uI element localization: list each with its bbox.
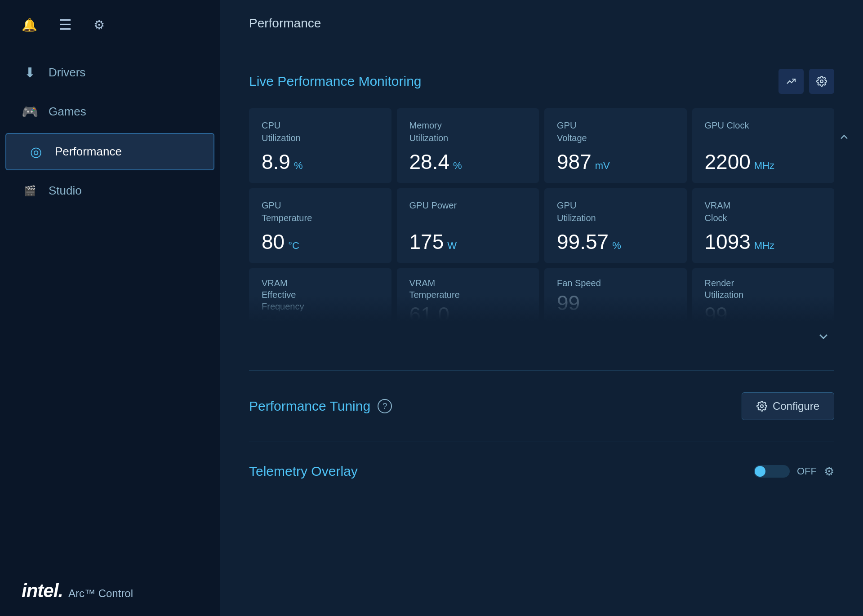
- metric-value: 99.57: [557, 231, 609, 252]
- metric-card-vram-clock: VRAM Clock 1093 MHz: [692, 188, 835, 263]
- svg-point-1: [761, 405, 763, 408]
- page-title: Performance: [249, 16, 321, 30]
- sidebar-item-studio[interactable]: 🎬 Studio: [0, 174, 220, 208]
- metric-value-partial: 61.0: [409, 302, 527, 322]
- metric-card-cpu-util: CPU Utilization 8.9 %: [249, 108, 391, 183]
- metric-unit: %: [453, 160, 462, 172]
- metric-value-row: 175 W: [409, 231, 527, 252]
- metric-card-mem-util: Memory Utilization 28.4 %: [397, 108, 539, 183]
- toggle-knob: [755, 466, 765, 477]
- metric-card-render-util: Render Utilization 99: [692, 268, 835, 322]
- scroll-down-button[interactable]: [813, 326, 834, 349]
- metric-label: GPU Temperature: [262, 199, 379, 224]
- sidebar: 🔔 ☰ ⚙ ⬇ Drivers 🎮 Games ◎ Performance 🎬 …: [0, 0, 220, 616]
- metric-label: VRAM Temperature: [409, 277, 527, 301]
- section-divider-1: [249, 370, 834, 371]
- telemetry-toggle[interactable]: [754, 465, 790, 478]
- section-actions: [778, 69, 834, 94]
- content-area: Live Performance Monitoring: [220, 47, 863, 501]
- metric-value: 2200: [705, 151, 751, 172]
- metric-unit: mV: [595, 160, 610, 172]
- metric-label: Render Utilization: [705, 277, 822, 301]
- telemetry-title: Telemetry Overlay: [249, 464, 358, 479]
- metric-value: 1093: [705, 231, 751, 252]
- telemetry-section: Telemetry Overlay OFF ⚙: [249, 464, 834, 479]
- metric-label: GPU Utilization: [557, 199, 674, 224]
- main-header: Performance: [220, 0, 863, 47]
- games-icon: 🎮: [22, 104, 38, 120]
- metric-value-row: 1093 MHz: [705, 231, 822, 252]
- metric-value-row: 80 °C: [262, 231, 379, 252]
- toggle-state-label: OFF: [797, 465, 817, 477]
- metric-card-fan-speed: Fan Speed 99: [544, 268, 687, 322]
- gear-icon[interactable]: ⚙: [93, 18, 105, 32]
- metric-value-row: 987 mV: [557, 151, 674, 172]
- metric-unit: MHz: [754, 240, 774, 252]
- metric-value: 80: [262, 231, 285, 252]
- metric-value-partial: 70: [262, 314, 379, 322]
- product-name: Arc™ Control: [68, 587, 133, 600]
- metric-value-row: 28.4 %: [409, 151, 527, 172]
- live-monitoring-title: Live Performance Monitoring: [249, 74, 422, 89]
- intel-brand: intel.: [22, 580, 63, 602]
- metrics-container: CPU Utilization 8.9 % Memory Utilization: [249, 108, 834, 349]
- studio-icon: 🎬: [22, 185, 38, 197]
- telemetry-toggle-row: OFF ⚙: [754, 465, 834, 479]
- metric-card-vram-temp: VRAM Temperature 61.0: [397, 268, 539, 322]
- metrics-row-2: GPU Temperature 80 °C GPU Power: [249, 188, 834, 263]
- tuning-title-row: Performance Tuning ?: [249, 399, 392, 414]
- metric-unit: W: [447, 240, 457, 252]
- download-icon: ⬇: [22, 65, 38, 80]
- telemetry-gear-icon[interactable]: ⚙: [824, 465, 834, 479]
- metric-value-row: 2200 MHz: [705, 151, 822, 172]
- metric-value: 175: [409, 231, 444, 252]
- metric-card-vram-eff: VRAM Effective Frequency 70: [249, 268, 391, 322]
- section-divider-2: [249, 442, 834, 442]
- metric-label: VRAM Clock: [705, 199, 822, 224]
- metric-card-gpu-temp: GPU Temperature 80 °C: [249, 188, 391, 263]
- sidebar-item-games[interactable]: 🎮 Games: [0, 94, 220, 129]
- svg-point-0: [820, 80, 823, 83]
- performance-icon: ◎: [28, 144, 44, 160]
- sidebar-item-label: Drivers: [49, 66, 85, 80]
- live-monitoring-section: Live Performance Monitoring: [249, 69, 834, 349]
- sidebar-nav: ⬇ Drivers 🎮 Games ◎ Performance 🎬 Studio: [0, 48, 220, 566]
- menu-icon[interactable]: ☰: [59, 16, 72, 33]
- section-header: Live Performance Monitoring: [249, 69, 834, 94]
- sidebar-item-label: Studio: [49, 184, 82, 198]
- intel-logo: intel. Arc™ Control: [22, 580, 133, 602]
- metric-value-row: 8.9 %: [262, 151, 379, 172]
- metric-label: Fan Speed: [557, 277, 674, 289]
- metric-value: 8.9: [262, 151, 290, 172]
- metric-value-partial: 99: [705, 302, 822, 322]
- metric-unit: %: [294, 160, 303, 172]
- metric-label: Memory Utilization: [409, 119, 527, 144]
- configure-button[interactable]: Configure: [742, 392, 834, 420]
- help-button[interactable]: ?: [378, 399, 392, 413]
- sidebar-item-label: Games: [49, 105, 86, 119]
- sidebar-item-performance[interactable]: ◎ Performance: [5, 133, 214, 170]
- tuning-section-title: Performance Tuning: [249, 399, 370, 414]
- settings-button[interactable]: [809, 69, 834, 94]
- bell-icon[interactable]: 🔔: [22, 18, 37, 32]
- metric-label: GPU Clock: [705, 119, 822, 132]
- chart-button[interactable]: [778, 69, 804, 94]
- metric-label: GPU Power: [409, 199, 527, 212]
- performance-tuning-section: Performance Tuning ? Configure: [249, 392, 834, 420]
- metric-unit: %: [612, 240, 621, 252]
- metric-unit: °C: [288, 240, 299, 252]
- metric-value: 987: [557, 151, 592, 172]
- metric-label: GPU Voltage: [557, 119, 674, 144]
- scroll-down-container: [249, 326, 834, 349]
- metric-value-partial: 99: [557, 291, 674, 315]
- scroll-up-button[interactable]: [838, 131, 850, 143]
- metrics-row-3-partial: VRAM Effective Frequency 70 VRAM Tempera…: [249, 268, 834, 322]
- configure-label: Configure: [773, 400, 819, 412]
- metric-label: CPU Utilization: [262, 119, 379, 144]
- metric-card-gpu-clock: GPU Clock 2200 MHz: [692, 108, 835, 183]
- metric-card-gpu-util: GPU Utilization 99.57 %: [544, 188, 687, 263]
- metrics-row-1: CPU Utilization 8.9 % Memory Utilization: [249, 108, 834, 183]
- sidebar-item-drivers[interactable]: ⬇ Drivers: [0, 55, 220, 90]
- sidebar-header: 🔔 ☰ ⚙: [0, 0, 220, 48]
- metric-value-row: 99.57 %: [557, 231, 674, 252]
